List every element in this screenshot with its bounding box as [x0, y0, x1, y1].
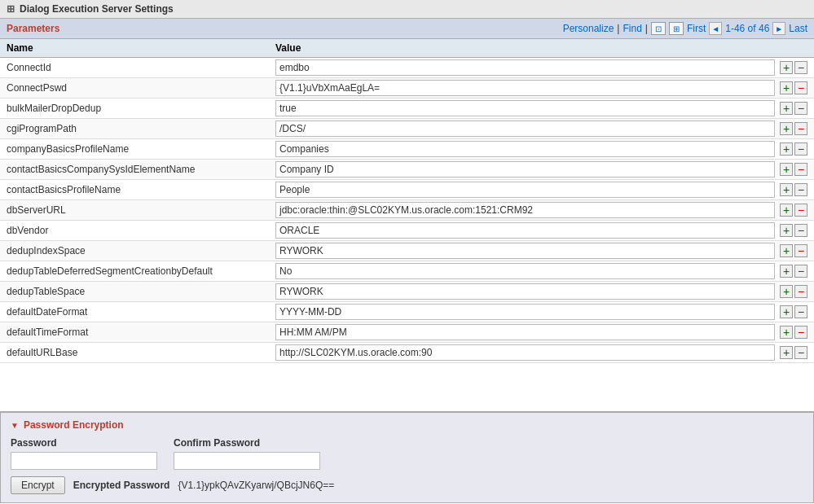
- row-name-11: dedupTableSpace: [7, 286, 275, 297]
- add-row-btn-14[interactable]: +: [780, 346, 793, 359]
- row-input-2[interactable]: [275, 100, 775, 116]
- remove-row-btn-6[interactable]: −: [794, 183, 807, 196]
- row-value-6: [275, 182, 775, 198]
- row-input-1[interactable]: [275, 80, 775, 96]
- add-row-btn-1[interactable]: +: [780, 81, 793, 94]
- row-actions-11: + −: [775, 285, 807, 298]
- title-bar: ⊞ Dialog Execution Server Settings: [0, 0, 814, 19]
- row-name-4: companyBasicsProfileName: [7, 143, 275, 155]
- remove-row-btn-13[interactable]: −: [794, 326, 807, 339]
- table-row: dedupTableSpace + −: [0, 282, 814, 302]
- remove-row-btn-4[interactable]: −: [794, 142, 807, 156]
- encrypt-button[interactable]: Encrypt: [11, 476, 65, 494]
- remove-row-btn-2[interactable]: −: [794, 102, 807, 115]
- remove-row-btn-5[interactable]: −: [794, 163, 807, 176]
- page-title: Dialog Execution Server Settings: [20, 3, 174, 15]
- add-row-btn-0[interactable]: +: [780, 61, 793, 74]
- add-row-btn-2[interactable]: +: [780, 102, 793, 115]
- remove-row-btn-8[interactable]: −: [794, 224, 807, 237]
- add-row-btn-5[interactable]: +: [780, 163, 793, 176]
- row-value-9: [275, 243, 775, 259]
- row-name-9: dedupIndexSpace: [7, 245, 275, 256]
- add-row-btn-12[interactable]: +: [780, 305, 793, 318]
- next-nav-icon[interactable]: ►: [772, 22, 785, 35]
- col-name: Name: [7, 42, 275, 54]
- row-input-9[interactable]: [275, 243, 775, 259]
- row-input-11[interactable]: [275, 283, 775, 300]
- row-input-3[interactable]: [275, 121, 775, 137]
- add-row-btn-9[interactable]: +: [780, 244, 793, 257]
- row-actions-3: + −: [775, 122, 807, 135]
- password-fields: Password Confirm Password: [11, 437, 803, 470]
- add-row-btn-8[interactable]: +: [780, 224, 793, 237]
- password-input[interactable]: [11, 452, 157, 470]
- row-name-2: bulkMailerDropDedup: [7, 103, 275, 114]
- row-input-5[interactable]: [275, 161, 775, 177]
- remove-row-btn-9[interactable]: −: [794, 244, 807, 257]
- row-actions-0: + −: [775, 61, 807, 74]
- export-icon[interactable]: ⊡: [651, 22, 666, 35]
- row-actions-2: + −: [775, 102, 807, 115]
- row-actions-10: + −: [775, 265, 807, 278]
- row-actions-12: + −: [775, 305, 807, 318]
- row-input-6[interactable]: [275, 182, 775, 198]
- table-row: bulkMailerDropDedup + −: [0, 99, 814, 119]
- remove-row-btn-12[interactable]: −: [794, 305, 807, 318]
- row-actions-5: + −: [775, 163, 807, 176]
- table-row: defaultDateFormat + −: [0, 302, 814, 322]
- row-name-7: dbServerURL: [7, 204, 275, 216]
- row-actions-14: + −: [775, 346, 807, 359]
- prev-nav-icon[interactable]: ◄: [709, 22, 722, 35]
- row-input-13[interactable]: [275, 324, 775, 340]
- collapse-icon[interactable]: ▼: [11, 421, 19, 430]
- remove-row-btn-3[interactable]: −: [794, 122, 807, 135]
- add-row-btn-10[interactable]: +: [780, 265, 793, 278]
- remove-row-btn-1[interactable]: −: [794, 81, 807, 94]
- confirm-password-input[interactable]: [174, 452, 320, 470]
- table-row: defaultTimeFormat + −: [0, 322, 814, 343]
- row-value-10: [275, 263, 775, 279]
- row-actions-1: + −: [775, 81, 807, 94]
- row-input-8[interactable]: [275, 222, 775, 239]
- table-row: dbVendor + −: [0, 221, 814, 241]
- find-link[interactable]: Find: [623, 23, 641, 34]
- encrypted-password-value: {V1.1}ypkQAvZKyarwj/QBcjJN6Q==: [178, 480, 334, 491]
- row-name-6: contactBasicsProfileName: [7, 184, 275, 195]
- table-row: dedupTableDeferredSegmentCreationbyDefau…: [0, 261, 814, 282]
- add-row-btn-3[interactable]: +: [780, 122, 793, 135]
- last-link[interactable]: Last: [789, 23, 807, 34]
- add-row-btn-11[interactable]: +: [780, 285, 793, 298]
- row-name-1: ConnectPswd: [7, 82, 275, 94]
- remove-row-btn-14[interactable]: −: [794, 346, 807, 359]
- grid-icon[interactable]: ⊞: [669, 22, 684, 35]
- row-input-7[interactable]: [275, 202, 775, 218]
- remove-row-btn-10[interactable]: −: [794, 265, 807, 278]
- row-name-14: defaultURLBase: [7, 347, 275, 358]
- row-value-5: [275, 161, 775, 177]
- page-range: 1-46 of 46: [725, 23, 769, 34]
- row-actions-7: + −: [775, 204, 807, 217]
- remove-row-btn-11[interactable]: −: [794, 285, 807, 298]
- row-actions-6: + −: [775, 183, 807, 196]
- password-section-label: Password Encryption: [24, 419, 124, 431]
- first-link[interactable]: First: [687, 23, 706, 34]
- row-input-4[interactable]: [275, 141, 775, 157]
- row-input-14[interactable]: [275, 344, 775, 361]
- add-row-btn-7[interactable]: +: [780, 204, 793, 217]
- row-input-0[interactable]: [275, 59, 775, 76]
- row-value-12: [275, 304, 775, 320]
- add-row-btn-6[interactable]: +: [780, 183, 793, 196]
- row-input-10[interactable]: [275, 263, 775, 279]
- password-group: Password: [11, 437, 157, 470]
- add-row-btn-13[interactable]: +: [780, 326, 793, 339]
- personalize-link[interactable]: Personalize: [563, 23, 614, 34]
- params-table-body: ConnectId + − ConnectPswd + − bulkMailer…: [0, 58, 814, 411]
- row-name-3: cgiProgramPath: [7, 123, 275, 134]
- confirm-label: Confirm Password: [174, 437, 320, 449]
- table-row: companyBasicsProfileName + −: [0, 139, 814, 160]
- remove-row-btn-7[interactable]: −: [794, 204, 807, 217]
- remove-row-btn-0[interactable]: −: [794, 61, 807, 74]
- row-name-13: defaultTimeFormat: [7, 327, 275, 338]
- row-input-12[interactable]: [275, 304, 775, 320]
- add-row-btn-4[interactable]: +: [780, 142, 793, 156]
